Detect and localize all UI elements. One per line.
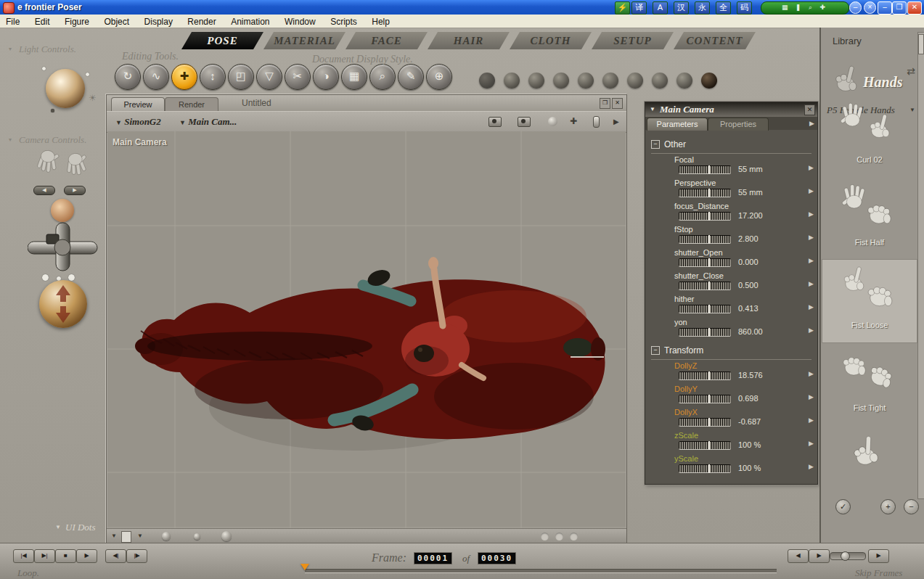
tab-properties[interactable]: Properties (708, 118, 769, 131)
menu-animation[interactable]: Animation (225, 15, 275, 27)
hands-category-icon[interactable] (831, 62, 860, 96)
apply-library-item-button[interactable]: ✓ (835, 499, 851, 514)
minimize-button[interactable]: – (878, 1, 892, 15)
param-dial[interactable] (679, 258, 731, 267)
camera-flyaround-icon[interactable] (488, 117, 502, 127)
playback-speed-slider[interactable] (830, 552, 866, 560)
menu-figure[interactable]: Figure (59, 15, 95, 27)
library-swap-icon[interactable]: ⇄ (907, 65, 915, 77)
tab-parameters[interactable]: Parameters (647, 118, 708, 131)
param-menu-arrow[interactable]: ▶ (809, 327, 814, 334)
display-style-silhouette-icon[interactable] (479, 73, 495, 89)
display-style-flat-shaded-icon[interactable] (602, 73, 618, 89)
pin-icon[interactable] (593, 116, 600, 128)
translate-inout-tool-button[interactable]: ↕ (200, 64, 226, 90)
ime-power-icon[interactable]: ⚡ (615, 1, 630, 15)
menu-edit[interactable]: Edit (29, 15, 56, 27)
library-scrollbar[interactable] (917, 32, 924, 499)
tab-face[interactable]: FACE (346, 32, 428, 49)
taper-tool-button[interactable]: ▽ (256, 64, 282, 90)
morphing-tool-button[interactable]: ✎ (398, 64, 424, 90)
face-camera-icon[interactable] (51, 199, 74, 222)
library-item-fist-tight[interactable]: Fist Tight (822, 342, 917, 425)
current-frame-field[interactable]: 00001 (414, 552, 452, 564)
maximize-button[interactable]: ❐ (892, 1, 907, 15)
right-hand-camera-icon[interactable] (62, 151, 91, 181)
param-menu-arrow[interactable]: ▶ (809, 187, 814, 194)
param-menu-arrow[interactable]: ▶ (809, 303, 814, 311)
menu-window[interactable]: Window (279, 15, 322, 27)
last-frame-button[interactable]: ▶| (34, 549, 55, 563)
param-value[interactable]: 0.500 (738, 281, 759, 290)
param-menu-arrow[interactable]: ▶ (809, 370, 814, 377)
menu-object[interactable]: Object (98, 15, 135, 27)
param-dial[interactable] (679, 305, 731, 313)
param-dial[interactable] (679, 212, 731, 221)
menu-render[interactable]: Render (181, 15, 221, 27)
display-style-outline-icon[interactable] (504, 73, 520, 89)
param-dial[interactable] (679, 328, 731, 337)
param-menu-arrow[interactable]: ▶ (809, 234, 814, 241)
menu-help[interactable]: Help (366, 15, 396, 27)
menu-display[interactable]: Display (139, 15, 179, 27)
move-icon[interactable]: ✚ (570, 117, 577, 126)
tab-cloth[interactable]: CLOTH (510, 32, 592, 49)
loop-label[interactable]: Loop. (17, 567, 39, 579)
param-dial[interactable] (679, 441, 731, 450)
panel-collapse-arrow[interactable]: ▼ (650, 106, 655, 112)
grouping-tool-button[interactable]: ▦ (341, 64, 367, 90)
shadow-toggle-icon[interactable] (221, 531, 232, 541)
light-indicator-dot[interactable] (42, 67, 46, 70)
speed-slider-knob[interactable] (841, 551, 850, 561)
window-titlebar[interactable]: e frontier Poser ⚡ 译 A 汉 永 全 码 ▦ ❚ ⌕ ✚ –… (0, 0, 924, 15)
display-style-smooth-shaded-icon[interactable] (676, 73, 692, 89)
camera-controls-collapse-arrow[interactable]: ▾ (9, 136, 12, 143)
display-style-texture-shaded-icon[interactable] (701, 73, 717, 89)
ime-close-button[interactable]: × (864, 1, 876, 14)
camera-rig-control[interactable] (28, 222, 100, 273)
timeline-position-marker[interactable] (300, 564, 309, 575)
footer-dropdown-arrow[interactable]: ▼ (137, 533, 143, 539)
param-value[interactable]: 0.000 (738, 258, 759, 266)
camera-selector-dropdown[interactable]: ▼ Main Cam... (179, 116, 237, 128)
forward-button[interactable]: ▶ (809, 549, 830, 563)
tab-material[interactable]: MATERIAL (263, 32, 346, 49)
param-dial[interactable] (679, 282, 731, 290)
close-button[interactable]: ✕ (907, 1, 922, 15)
tab-preview[interactable]: Preview (111, 97, 165, 111)
tab-pose[interactable]: POSE (181, 32, 263, 49)
panel-close-button[interactable]: ✕ (804, 104, 815, 115)
menu-scripts[interactable]: Scripts (324, 15, 363, 27)
footer-dropdown-arrow[interactable]: ▼ (111, 533, 117, 539)
camera-trackball[interactable] (39, 280, 87, 328)
step-back-button[interactable]: ◀| (105, 549, 126, 563)
param-menu-arrow[interactable]: ▶ (809, 393, 814, 401)
tab-content[interactable]: CONTENT (674, 32, 756, 49)
param-value[interactable]: 17.200 (738, 211, 763, 220)
tracking-ball-icon[interactable] (194, 533, 200, 540)
page-setup-icon[interactable] (121, 531, 131, 543)
rewind-button[interactable]: ◀ (788, 549, 809, 563)
ime-chinese-button[interactable]: 汉 (674, 1, 689, 15)
param-value[interactable]: 55 mm (738, 188, 763, 197)
total-frames-field[interactable]: 00030 (478, 552, 516, 564)
ime-minimize-button[interactable]: – (849, 1, 862, 14)
camera-next-button[interactable]: ▶ (64, 186, 86, 195)
display-style-flat-lined-icon[interactable] (627, 73, 643, 89)
menu-file[interactable]: File (0, 15, 25, 27)
camera-select-icon[interactable] (518, 117, 531, 127)
display-style-lit-wireframe-icon[interactable] (578, 73, 594, 89)
ime-translate-button[interactable]: 译 (631, 1, 647, 15)
param-menu-arrow[interactable]: ▶ (809, 463, 814, 470)
display-style-wireframe-icon[interactable] (528, 73, 544, 89)
ime-code-button[interactable]: 码 (737, 1, 752, 15)
document-detach-button[interactable]: ❒ (600, 98, 610, 109)
param-value[interactable]: 18.576 (738, 371, 763, 379)
tabs-overflow-arrow[interactable]: ▶ (809, 120, 814, 127)
stop-button[interactable]: ■ (55, 549, 76, 563)
toolbar-expand-arrow[interactable]: ▶ (613, 118, 619, 126)
param-value[interactable]: 2.800 (738, 234, 759, 243)
light-control-ball[interactable] (46, 69, 85, 108)
camera-prev-button[interactable]: ◀ (33, 186, 55, 195)
ime-toolbar[interactable]: ▦ ❚ ⌕ ✚ (761, 1, 849, 15)
